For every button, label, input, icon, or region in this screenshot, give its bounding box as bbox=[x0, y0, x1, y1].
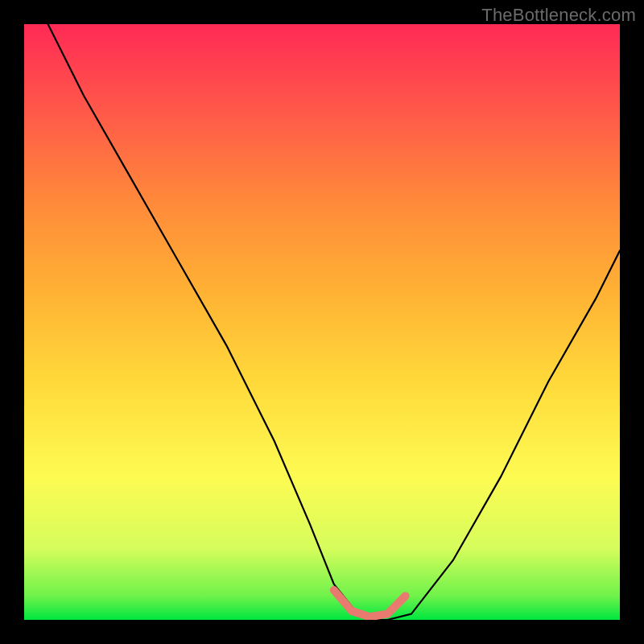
trough-highlight bbox=[334, 590, 406, 617]
chart-frame: TheBottleneck.com bbox=[0, 0, 644, 644]
plot-area bbox=[24, 24, 620, 620]
bottleneck-curve bbox=[48, 24, 620, 620]
watermark-text: TheBottleneck.com bbox=[481, 5, 636, 26]
curve-layer bbox=[24, 24, 620, 620]
